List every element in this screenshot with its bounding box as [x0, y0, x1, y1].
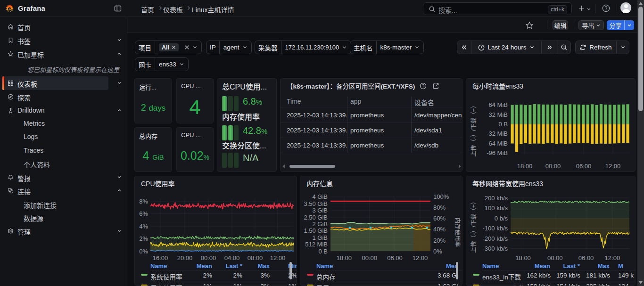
svg-text:-32 MiB: -32 MiB — [487, 130, 508, 137]
svg-text:2 GiB: 2 GiB — [312, 221, 328, 228]
svg-text:12:00: 12:00 — [605, 254, 620, 261]
svg-text:-200 kb/s: -200 kb/s — [483, 235, 508, 242]
svg-text:2%: 2% — [139, 235, 148, 242]
svg-text:0%: 0% — [139, 248, 148, 255]
svg-text:32 MiB: 32 MiB — [489, 111, 508, 118]
svg-text:100 kb/s: 100 kb/s — [485, 204, 508, 212]
svg-text:200 kb/s: 200 kb/s — [485, 195, 508, 202]
svg-text:12:00: 12:00 — [270, 254, 286, 261]
svg-text:0 B: 0 B — [318, 248, 328, 255]
svg-text:6%: 6% — [139, 210, 148, 217]
svg-text:20:00: 20:00 — [177, 254, 193, 261]
svg-text:0 B: 0 B — [498, 121, 508, 128]
svg-text:4 GiB: 4 GiB — [312, 193, 328, 200]
svg-text:12:00: 12:00 — [413, 254, 428, 261]
svg-text:20%: 20% — [433, 237, 446, 244]
svg-text:2.50 GiB: 2.50 GiB — [304, 214, 328, 221]
svg-text:40%: 40% — [433, 226, 446, 233]
svg-text:80%: 80% — [433, 204, 446, 211]
svg-text:12:00: 12:00 — [605, 163, 621, 170]
svg-text:8%: 8% — [139, 198, 148, 205]
svg-text:18:00: 18:00 — [515, 254, 531, 261]
svg-text:00:00: 00:00 — [201, 254, 216, 261]
svg-text:04:00: 04:00 — [224, 254, 240, 261]
svg-text:18:00: 18:00 — [337, 254, 352, 261]
svg-text:4%: 4% — [139, 223, 148, 230]
svg-text:512 MiB: 512 MiB — [305, 241, 328, 248]
svg-text:18:00: 18:00 — [517, 163, 533, 170]
svg-text:100%: 100% — [433, 193, 449, 200]
svg-text:1 GiB: 1 GiB — [312, 234, 328, 241]
svg-text:-300 kb/s: -300 kb/s — [483, 245, 508, 252]
svg-text:06:00: 06:00 — [578, 254, 594, 261]
svg-text:3 GiB: 3 GiB — [312, 207, 328, 214]
svg-text:16:00: 16:00 — [153, 254, 168, 261]
svg-text:1.50 GiB: 1.50 GiB — [304, 227, 328, 234]
svg-text:0%: 0% — [433, 248, 442, 255]
svg-text:-96 MiB: -96 MiB — [487, 149, 508, 156]
svg-text:06:00: 06:00 — [387, 254, 403, 261]
svg-text:00:00: 00:00 — [362, 254, 377, 261]
svg-text:64 MiB: 64 MiB — [489, 101, 508, 108]
svg-text:00:00: 00:00 — [547, 254, 563, 261]
svg-text:08:00: 08:00 — [248, 254, 263, 261]
svg-text:06:00: 06:00 — [576, 163, 592, 170]
svg-text:-100 kb/s: -100 kb/s — [483, 225, 508, 232]
svg-text:00:00: 00:00 — [545, 163, 561, 170]
svg-text:60%: 60% — [433, 215, 446, 222]
svg-text:3.50 GiB: 3.50 GiB — [304, 200, 328, 207]
svg-text:0 b/s: 0 b/s — [495, 215, 508, 222]
svg-text:-64 MiB: -64 MiB — [487, 140, 508, 147]
